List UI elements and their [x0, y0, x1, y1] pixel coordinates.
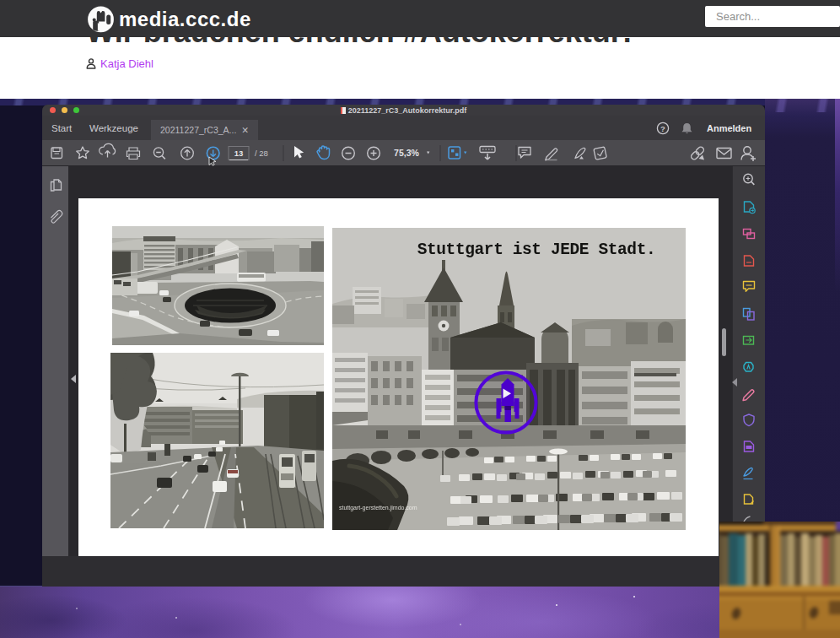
svg-text:13: 13 [234, 149, 244, 158]
svg-text:75,3%: 75,3% [394, 148, 419, 158]
svg-text:stuttgart-gerstetten.jimdo.com: stuttgart-gerstetten.jimdo.com [339, 505, 417, 511]
svg-text:/ 28: / 28 [255, 149, 268, 158]
svg-text:Stuttgart ist JEDE Stadt.: Stuttgart ist JEDE Stadt. [417, 241, 656, 259]
svg-text:?: ? [660, 124, 665, 133]
